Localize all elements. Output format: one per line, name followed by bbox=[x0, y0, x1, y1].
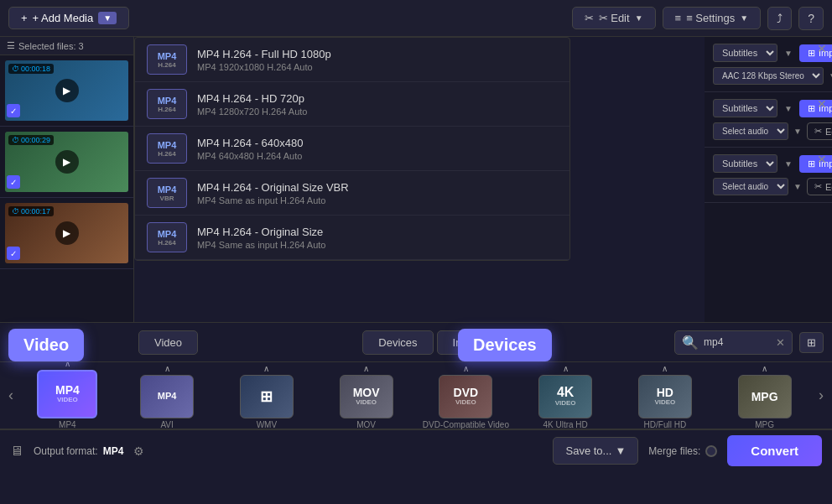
check-badge-2: ✓ bbox=[7, 175, 20, 189]
play-button-3[interactable]: ▶ bbox=[55, 221, 79, 245]
improve-icon-1: ⊞ bbox=[808, 48, 815, 59]
tabs-bar: Video Video Video Devices Devices Device… bbox=[0, 322, 832, 362]
mpg-icon: MPG bbox=[738, 375, 792, 418]
hd-icon: HD VIDEO bbox=[638, 375, 692, 418]
close-button-2[interactable]: ✕ bbox=[817, 97, 827, 111]
track-row-2: ✕ Subtitles ▼ ⊞ Improve Quality Select a… bbox=[705, 92, 832, 148]
check-badge-3: ✓ bbox=[7, 247, 20, 260]
settings-label: ≡ Settings bbox=[686, 12, 735, 24]
wmv-icon: ⊞ bbox=[240, 375, 294, 418]
add-icon: + bbox=[21, 12, 28, 24]
edit-button-2[interactable]: ✂ Edit bbox=[807, 122, 832, 140]
format-meta-4: MP4 Same as input H.264 Auto bbox=[197, 195, 558, 205]
improve-quality-button-3[interactable]: ⊞ Improve Quality bbox=[799, 155, 832, 173]
format-badge-3: MP4 H.264 bbox=[147, 133, 187, 164]
carousel-label-4k: 4K Ultra HD bbox=[543, 420, 587, 429]
format-dropdown: MP4 H.264 MP4 H.264 - Full HD 1080p MP4 … bbox=[134, 37, 570, 261]
file-thumb-1[interactable]: ⏱00:00:18 ▶ ✓ bbox=[0, 55, 133, 127]
up-arrow-mov: ∧ bbox=[363, 364, 369, 373]
add-media-button[interactable]: + + Add Media ▼ bbox=[8, 7, 129, 29]
selected-files-bar: ☰ Selected files: 3 bbox=[0, 37, 133, 55]
format-item-4[interactable]: MP4 VBR MP4 H.264 - Original Size VBR MP… bbox=[135, 171, 569, 216]
edit-button[interactable]: ✂ ✂ Edit ▼ bbox=[572, 7, 656, 29]
add-media-label: + Add Media bbox=[33, 12, 94, 24]
format-item-1[interactable]: MP4 H.264 MP4 H.264 - Full HD 1080p MP4 … bbox=[135, 38, 569, 82]
improve-quality-button-2[interactable]: ⊞ Improve Quality bbox=[799, 100, 832, 117]
tab-devices-plain[interactable]: Devices bbox=[362, 330, 433, 355]
improve-quality-button-1[interactable]: ⊞ Improve Quality bbox=[799, 44, 832, 62]
convert-button[interactable]: Convert bbox=[727, 435, 822, 466]
file-thumb-3[interactable]: ⏱00:00:17 ▶ ✓ bbox=[0, 198, 133, 269]
merge-section: Merge files: bbox=[648, 445, 717, 457]
file-thumb-2[interactable]: ⏱00:00:29 ▶ ✓ bbox=[0, 127, 133, 198]
carousel-next-button[interactable]: › bbox=[814, 387, 829, 404]
close-button-3[interactable]: ✕ bbox=[817, 153, 827, 166]
audio-select-3[interactable]: Select audio bbox=[713, 178, 788, 195]
add-media-caret[interactable]: ▼ bbox=[98, 12, 117, 24]
carousel-prev-button[interactable]: ‹ bbox=[3, 387, 18, 404]
subtitles-select-2[interactable]: Subtitles bbox=[713, 99, 777, 117]
close-button-1[interactable]: ✕ bbox=[817, 42, 827, 55]
format-title-1: MP4 H.264 - Full HD 1080p bbox=[197, 48, 558, 60]
format-item-3[interactable]: MP4 H.264 MP4 H.264 - 640x480 MP4 640x48… bbox=[135, 127, 569, 171]
avi-icon: MP4 bbox=[140, 375, 194, 418]
play-button-2[interactable]: ▶ bbox=[55, 150, 79, 174]
format-info-4: MP4 H.264 - Original Size VBR MP4 Same a… bbox=[197, 181, 558, 205]
audio-caret-2: ▼ bbox=[793, 127, 802, 136]
right-panel: ✕ Subtitles ▼ ⊞ Improve Quality AAC 128 … bbox=[705, 37, 832, 322]
grid-icon: ⊞ bbox=[807, 336, 816, 349]
caret-2: ▼ bbox=[784, 104, 793, 113]
tab-video-plain[interactable]: Video bbox=[138, 330, 198, 355]
format-meta-2: MP4 1280x720 H.264 Auto bbox=[197, 107, 558, 117]
carousel-item-mpg[interactable]: ∧ MPG MPG bbox=[715, 359, 814, 433]
carousel-item-mp4-active[interactable]: ∧ MP4 VIDEO MP4 bbox=[18, 359, 117, 433]
improve-icon-3: ⊞ bbox=[808, 158, 815, 169]
output-settings-button[interactable]: ⚙ bbox=[133, 444, 144, 458]
search-input[interactable] bbox=[704, 336, 771, 348]
save-caret: ▼ bbox=[615, 444, 626, 457]
merge-radio[interactable] bbox=[705, 445, 717, 457]
carousel-item-wmv[interactable]: ∧ ⊞ WMV bbox=[218, 359, 316, 433]
format-info-1: MP4 H.264 - Full HD 1080p MP4 1920x1080 … bbox=[197, 48, 558, 72]
subtitles-select-1[interactable]: Subtitles bbox=[713, 44, 777, 62]
carousel-label-avi: AVI bbox=[160, 420, 173, 429]
format-info-2: MP4 H.264 - HD 720p MP4 1280x720 H.264 A… bbox=[197, 92, 558, 117]
format-meta-1: MP4 1920x1080 H.264 Auto bbox=[197, 62, 558, 72]
dvd-icon: DVD VIDEO bbox=[439, 375, 492, 418]
format-meta-3: MP4 640x480 H.264 Auto bbox=[197, 151, 558, 161]
check-badge-1: ✓ bbox=[7, 104, 20, 117]
search-box: 🔍 ✕ bbox=[674, 330, 793, 355]
thumbnail-3: ⏱00:00:17 ▶ bbox=[5, 203, 128, 263]
help-button[interactable]: ? bbox=[798, 7, 824, 30]
format-badge-5: MP4 H.264 bbox=[147, 222, 187, 252]
up-arrow-4k: ∧ bbox=[563, 364, 569, 373]
carousel-label-mp4: MP4 bbox=[59, 420, 76, 429]
carousel-item-dvd[interactable]: ∧ DVD VIDEO DVD-Compatible Video bbox=[417, 359, 515, 433]
format-item-5[interactable]: MP4 H.264 MP4 H.264 - Original Size MP4 … bbox=[135, 216, 569, 260]
format-carousel: ‹ ∧ MP4 VIDEO MP4 ∧ MP4 AVI ∧ ⊞ WMV bbox=[0, 362, 832, 429]
carousel-items: ∧ MP4 VIDEO MP4 ∧ MP4 AVI ∧ ⊞ WMV ∧ bbox=[18, 359, 814, 433]
improve-icon-2: ⊞ bbox=[808, 103, 815, 114]
settings-caret: ▼ bbox=[740, 13, 748, 23]
edit-button-3[interactable]: ✂ Edit bbox=[807, 178, 832, 195]
carousel-item-hd[interactable]: ∧ HD VIDEO HD/Full HD bbox=[616, 359, 715, 433]
settings-button[interactable]: ≡ ≡ Settings ▼ bbox=[663, 7, 762, 29]
format-item-2[interactable]: MP4 H.264 MP4 H.264 - HD 720p MP4 1280x7… bbox=[135, 82, 569, 127]
edit-icon: ✂ bbox=[585, 12, 594, 24]
carousel-item-mov[interactable]: ∧ MOV VIDEO MOV bbox=[317, 359, 415, 433]
play-button-1[interactable]: ▶ bbox=[55, 79, 79, 102]
subtitles-select-3[interactable]: Subtitles bbox=[713, 154, 777, 173]
search-clear-button[interactable]: ✕ bbox=[776, 336, 785, 349]
caret-3: ▼ bbox=[784, 159, 793, 169]
format-title-5: MP4 H.264 - Original Size bbox=[197, 226, 558, 238]
carousel-label-wmv: WMV bbox=[257, 420, 277, 429]
search-options-button[interactable]: ⊞ bbox=[799, 332, 824, 353]
carousel-item-avi[interactable]: ∧ MP4 AVI bbox=[118, 359, 216, 433]
save-to-button[interactable]: Save to... ▼ bbox=[553, 437, 638, 465]
carousel-label-mov: MOV bbox=[356, 420, 376, 429]
audio-select-2[interactable]: Select audio bbox=[713, 122, 788, 140]
share-button[interactable]: ⤴ bbox=[767, 7, 792, 30]
thumbnail-1: ⏱00:00:18 ▶ bbox=[5, 60, 128, 121]
audio-select-1[interactable]: AAC 128 Kbps Stereo bbox=[713, 67, 824, 85]
carousel-item-4k[interactable]: ∧ 4K VIDEO 4K Ultra HD bbox=[517, 359, 615, 433]
